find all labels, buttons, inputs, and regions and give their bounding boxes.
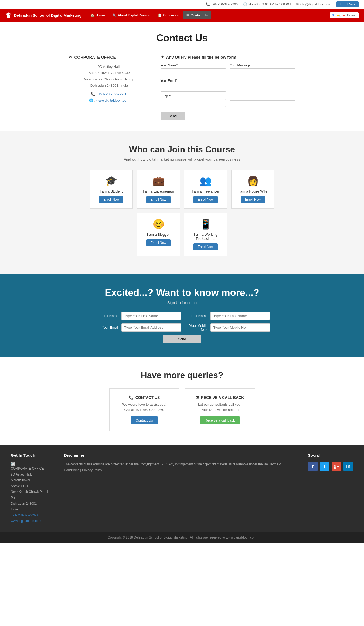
office-website[interactable]: www.digitaldoon.com <box>96 98 129 102</box>
card-housewife: 👩 I am a House Wife Enroll Now <box>231 170 274 209</box>
main-nav: 🏠 Home 🔍 About Digital Doon ▾ 📋 Courses … <box>87 11 324 19</box>
nav-about[interactable]: 🔍 About Digital Doon ▾ <box>109 11 153 19</box>
email-icon: ✉ <box>296 2 299 6</box>
topbar-hours: 🕐 Mon-Sun 9:00 AM to 6:00 PM <box>243 2 291 6</box>
card-freelancer: 👥 I am a Freelancer Enroll Now <box>184 170 227 209</box>
callback-desc2: Your Data will be secure <box>193 408 247 412</box>
footer-col-contact: Get In Touch 🏢 CORPORATE OFFICE 9D Astle… <box>11 453 53 524</box>
mail-icon: ✉ <box>196 395 199 400</box>
queries-title: Have more queries? <box>11 370 353 380</box>
footer-col-social: Social f t g+ in <box>308 453 353 524</box>
facebook-icon[interactable]: f <box>308 462 318 471</box>
courses-icon: 📋 <box>158 13 162 17</box>
demo-send-button[interactable]: Send <box>163 335 201 343</box>
join-section: Who can Join this Course Find out how di… <box>0 131 364 274</box>
nav-home[interactable]: 🏠 Home <box>87 11 108 19</box>
nav-contact[interactable]: ✉ Contact Us <box>183 11 211 19</box>
email-label: Your Email* <box>161 79 226 83</box>
callback-card: ✉ RECEIVE A CALL BACK Let our consultant… <box>185 388 255 431</box>
home-icon: 🏠 <box>90 13 94 17</box>
card-student-label: I am a Student <box>100 189 123 193</box>
enroll-blogger-button[interactable]: Enroll Now <box>146 239 171 246</box>
linkedin-icon[interactable]: in <box>343 462 353 471</box>
footer-disclaimer-text: The contents of this website are protect… <box>64 462 297 473</box>
subject-label: Subject <box>161 94 226 98</box>
about-icon: 🔍 <box>112 13 117 17</box>
footer-contact-title: Get In Touch <box>11 453 53 457</box>
professional-icon: 📱 <box>200 218 212 230</box>
logo: ♛ Dehradun School of Digital Marketing <box>5 12 81 19</box>
entrepreneur-icon: 💼 <box>152 175 165 187</box>
freelancer-icon: 👥 <box>200 175 212 187</box>
enroll-housewife-button[interactable]: Enroll Now <box>241 196 265 203</box>
contact-us-button[interactable]: Contact Us <box>131 416 158 424</box>
card-blogger-label: I am a Blogger <box>147 233 170 237</box>
card-professional: 📱 I am a Working Professional Enroll Now <box>184 213 227 256</box>
enroll-student-button[interactable]: Enroll Now <box>99 196 123 203</box>
logo-icon: ♛ <box>5 12 11 19</box>
contact-send-button[interactable]: Send <box>161 112 185 120</box>
contact-subject-input[interactable] <box>161 99 226 107</box>
demo-firstname-input[interactable] <box>121 312 181 320</box>
callback-desc1: Let our consultants call you. <box>193 402 247 406</box>
card-blogger: 😊 I am a Blogger Enroll Now <box>137 213 180 256</box>
top-bar: 📞 +91-750-022-2260 🕐 Mon-Sun 9:00 AM to … <box>0 0 364 9</box>
demo-mobile-input[interactable] <box>210 323 270 332</box>
footer-col-disclaimer: Disclaimer The contents of this website … <box>64 453 297 524</box>
contact-us-card-title: 📞 CONTACT US <box>118 395 171 400</box>
demo-lastname-input[interactable] <box>210 312 270 320</box>
contact-name-input[interactable] <box>161 68 226 76</box>
phone-icon: 📞 <box>129 395 133 400</box>
excited-title: Excited...? Want to know more...? <box>11 287 353 298</box>
paper-plane-icon: ✈ <box>161 55 164 59</box>
footer-social-title: Social <box>308 453 353 457</box>
contact-us-desc1: We would love to assist you! <box>118 402 171 406</box>
topbar-email: ✉ info@digitaldoon.com <box>296 2 331 6</box>
contact-us-desc2: Call at +91-750-022-2260 <box>118 408 171 412</box>
footer-phone[interactable]: +91-750-022-2260 <box>11 513 53 519</box>
form-title: ✈ Any Query Please fill the below form <box>161 55 295 59</box>
join-cards-row2: 😊 I am a Blogger Enroll Now 📱 I am a Wor… <box>11 213 353 256</box>
google-plus-icon[interactable]: g+ <box>332 462 341 471</box>
contact-email-input[interactable] <box>161 84 226 92</box>
blogger-icon: 😊 <box>152 218 165 230</box>
join-subtitle: Find out how digital marketing course wi… <box>11 157 353 161</box>
name-label: Your Name* <box>161 63 226 67</box>
office-icon: ✉ <box>69 55 72 59</box>
queries-cards: 📞 CONTACT US We would love to assist you… <box>11 388 353 431</box>
contact-title: Contact Us <box>16 32 348 44</box>
enroll-freelancer-button[interactable]: Enroll Now <box>193 196 218 203</box>
callback-button[interactable]: Receive a call back <box>200 416 240 424</box>
phone-icon: 📞 : <box>91 92 97 96</box>
footer-website[interactable]: www.digitaldoon.com <box>11 518 53 524</box>
clock-icon: 🕐 <box>243 2 247 6</box>
footer-bottom: Copyright © 2018 Dehradun School of Digi… <box>0 532 364 543</box>
card-freelancer-label: I am a Freelancer <box>192 189 219 193</box>
twitter-icon[interactable]: t <box>320 462 329 471</box>
signup-label: Sign Up for demo <box>11 301 353 305</box>
nav-courses[interactable]: 📋 Courses ▾ <box>154 11 182 19</box>
demo-email-input[interactable] <box>121 323 181 332</box>
copyright-text: Copyright © 2018 Dehradun School of Digi… <box>108 536 256 539</box>
header: ♛ Dehradun School of Digital Marketing 🏠… <box>0 9 364 22</box>
topbar-enroll-button[interactable]: Enroll Now <box>336 1 359 7</box>
contact-icon: ✉ <box>186 13 189 17</box>
demo-name-row: First Name Last Name <box>94 312 270 320</box>
queries-section: Have more queries? 📞 CONTACT US We would… <box>0 357 364 445</box>
contact-us-card: 📞 CONTACT US We would love to assist you… <box>109 388 179 431</box>
join-title: Who can Join this Course <box>11 144 353 154</box>
office-address: 9D Astley Hall, Alcratz Tower, Above CCD… <box>69 63 150 103</box>
enroll-professional-button[interactable]: Enroll Now <box>193 243 218 250</box>
callback-card-title: ✉ RECEIVE A CALL BACK <box>193 395 247 400</box>
student-icon: 🎓 <box>105 175 117 187</box>
contact-form-area: ✈ Any Query Please fill the below form Y… <box>161 55 295 120</box>
footer-disclaimer-title: Disclaimer <box>64 453 297 457</box>
contact-message-input[interactable] <box>230 68 295 101</box>
office-info: ✉ CORPORATE OFFICE 9D Astley Hall, Alcra… <box>69 55 150 120</box>
message-label: Your Message <box>230 63 295 67</box>
housewife-icon: 👩 <box>247 175 259 187</box>
enroll-entrepreneur-button[interactable]: Enroll Now <box>146 196 171 203</box>
office-phone[interactable]: +91-750-022-2260 <box>98 92 127 96</box>
footer-address-icon: 🏢 <box>11 462 15 466</box>
phone-icon: 📞 <box>206 2 210 6</box>
